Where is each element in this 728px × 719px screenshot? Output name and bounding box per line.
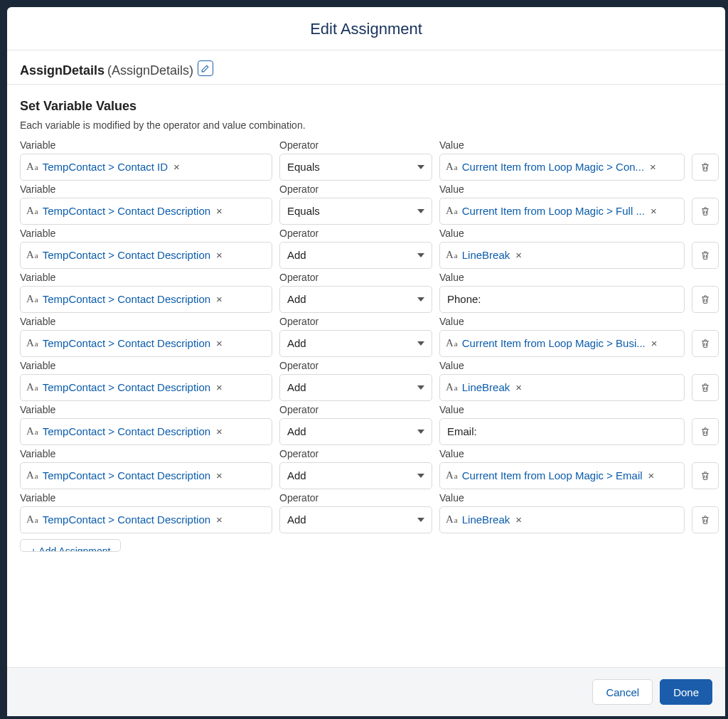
assignment-rows: VariableAaTempContact > Contact ID×Opera… xyxy=(20,139,712,533)
value-input[interactable]: AaCurrent Item from Loop Magic > Full ..… xyxy=(439,198,685,225)
value-column-label: Value xyxy=(439,272,685,283)
clear-variable-icon[interactable]: × xyxy=(173,161,180,172)
operator-select[interactable]: Equals xyxy=(279,154,432,181)
text-type-icon: Aa xyxy=(446,250,458,260)
clear-variable-icon[interactable]: × xyxy=(216,426,223,437)
trash-icon xyxy=(700,338,711,349)
operator-select[interactable]: Add xyxy=(279,242,432,269)
text-type-icon: Aa xyxy=(446,382,458,393)
clear-variable-icon[interactable]: × xyxy=(216,470,223,481)
add-assignment-button[interactable]: + Add Assignment xyxy=(20,539,121,552)
delete-row-button[interactable] xyxy=(692,506,719,533)
clear-value-icon[interactable]: × xyxy=(651,338,658,348)
value-column-label: Value xyxy=(439,316,685,327)
value-text: Email: xyxy=(446,425,477,437)
delete-row-button[interactable] xyxy=(692,418,719,445)
operator-value: Add xyxy=(287,513,306,526)
clear-value-icon[interactable]: × xyxy=(651,206,657,216)
operator-select[interactable]: Add xyxy=(279,418,432,445)
operator-select[interactable]: Add xyxy=(279,330,432,357)
variable-input[interactable]: AaTempContact > Contact ID× xyxy=(20,154,272,181)
clear-value-icon[interactable]: × xyxy=(515,382,522,393)
edit-label-button[interactable] xyxy=(198,60,213,76)
variable-column-label: Variable xyxy=(20,492,272,504)
text-type-icon: Aa xyxy=(446,338,458,348)
clear-value-icon[interactable]: × xyxy=(515,514,522,525)
delete-row-button[interactable] xyxy=(692,242,719,269)
clear-variable-icon[interactable]: × xyxy=(216,514,223,525)
element-api-name: (AssignDetails) xyxy=(107,63,193,78)
value-input[interactable]: AaLineBreak× xyxy=(439,242,685,269)
value-input[interactable]: AaLineBreak× xyxy=(439,374,685,401)
variable-column-label: Variable xyxy=(20,228,272,239)
chevron-down-icon xyxy=(417,430,424,434)
modal-title: Edit Assignment xyxy=(7,7,725,50)
cancel-button[interactable]: Cancel xyxy=(592,679,653,705)
assignment-row: VariableAaTempContact > Contact Descript… xyxy=(20,448,712,489)
operator-column-label: Operator xyxy=(279,183,432,195)
operator-select[interactable]: Equals xyxy=(279,198,432,225)
variable-column-label: Variable xyxy=(20,272,272,283)
section-title: Set Variable Values xyxy=(20,99,712,114)
clear-variable-icon[interactable]: × xyxy=(216,338,223,348)
operator-value: Add xyxy=(287,381,306,393)
assignment-row: VariableAaTempContact > Contact Descript… xyxy=(20,492,712,533)
operator-value: Equals xyxy=(287,161,320,173)
variable-token: TempContact > Contact Description xyxy=(43,205,210,217)
value-column-label: Value xyxy=(439,228,685,239)
text-type-icon: Aa xyxy=(26,338,38,348)
variable-input[interactable]: AaTempContact > Contact Description× xyxy=(20,330,272,357)
delete-row-button[interactable] xyxy=(692,462,719,489)
operator-column-label: Operator xyxy=(279,404,432,415)
value-input[interactable]: Phone: xyxy=(439,286,685,313)
trash-icon xyxy=(700,426,711,437)
trash-icon xyxy=(700,250,711,261)
variable-token: TempContact > Contact Description xyxy=(43,293,210,305)
operator-select[interactable]: Add xyxy=(279,462,432,489)
pencil-icon xyxy=(200,64,210,73)
operator-select[interactable]: Add xyxy=(279,286,432,313)
delete-row-button[interactable] xyxy=(692,330,719,357)
clear-value-icon[interactable]: × xyxy=(515,250,522,260)
operator-column-label: Operator xyxy=(279,316,432,327)
clear-value-icon[interactable]: × xyxy=(648,470,655,481)
value-token: Current Item from Loop Magic > Email xyxy=(462,469,643,481)
delete-row-button[interactable] xyxy=(692,198,719,225)
variable-input[interactable]: AaTempContact > Contact Description× xyxy=(20,506,272,533)
delete-row-button[interactable] xyxy=(692,374,719,401)
variable-input[interactable]: AaTempContact > Contact Description× xyxy=(20,374,272,401)
value-column-label: Value xyxy=(439,492,685,504)
variable-input[interactable]: AaTempContact > Contact Description× xyxy=(20,198,272,225)
value-input[interactable]: AaCurrent Item from Loop Magic > Con...× xyxy=(439,154,685,181)
value-input[interactable]: AaCurrent Item from Loop Magic > Email× xyxy=(439,462,685,489)
operator-select[interactable]: Add xyxy=(279,506,432,533)
text-type-icon: Aa xyxy=(26,514,38,525)
value-input[interactable]: Email: xyxy=(439,418,685,445)
edit-assignment-modal: Edit Assignment AssignDetails (AssignDet… xyxy=(7,7,725,716)
clear-variable-icon[interactable]: × xyxy=(216,294,223,304)
clear-variable-icon[interactable]: × xyxy=(216,382,223,393)
delete-row-button[interactable] xyxy=(692,154,719,181)
clear-value-icon[interactable]: × xyxy=(650,161,656,172)
text-type-icon: Aa xyxy=(26,426,38,437)
variable-input[interactable]: AaTempContact > Contact Description× xyxy=(20,462,272,489)
chevron-down-icon xyxy=(417,165,424,169)
delete-row-button[interactable] xyxy=(692,286,719,313)
operator-column-label: Operator xyxy=(279,360,432,371)
operator-column-label: Operator xyxy=(279,492,432,504)
trash-icon xyxy=(700,382,711,393)
clear-variable-icon[interactable]: × xyxy=(216,250,223,260)
value-input[interactable]: AaCurrent Item from Loop Magic > Busi...… xyxy=(439,330,685,357)
variable-input[interactable]: AaTempContact > Contact Description× xyxy=(20,242,272,269)
operator-select[interactable]: Add xyxy=(279,374,432,401)
value-input[interactable]: AaLineBreak× xyxy=(439,506,685,533)
variable-input[interactable]: AaTempContact > Contact Description× xyxy=(20,286,272,313)
chevron-down-icon xyxy=(417,297,424,302)
operator-value: Add xyxy=(287,337,306,349)
variable-column-label: Variable xyxy=(20,316,272,327)
variable-input[interactable]: AaTempContact > Contact Description× xyxy=(20,418,272,445)
done-button[interactable]: Done xyxy=(660,679,712,705)
chevron-down-icon xyxy=(417,253,424,257)
text-type-icon: Aa xyxy=(26,206,38,216)
clear-variable-icon[interactable]: × xyxy=(216,206,223,216)
